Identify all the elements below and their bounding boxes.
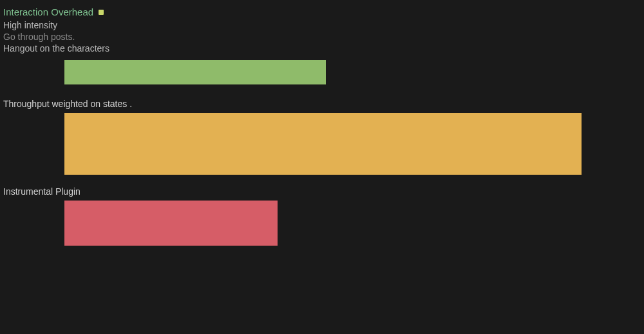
chart-subtitle-line-3: Hangout on the characters — [3, 43, 631, 54]
bar-2 — [64, 201, 278, 246]
chart-title: Interaction Overhead — [3, 6, 93, 17]
chart-header: Interaction Overhead — [3, 6, 631, 17]
bar-row-2: Instrumental Plugin — [3, 186, 631, 246]
bar-row-0 — [3, 60, 631, 84]
bar-track — [64, 60, 631, 84]
bar-track — [64, 201, 631, 246]
chart-subtitle-line-2: Go through posts. — [3, 32, 631, 42]
bar-label-2: Instrumental Plugin — [3, 186, 631, 197]
bar-1 — [64, 113, 582, 175]
bar-row-1: Throughput weighted on states . — [3, 99, 631, 175]
legend-marker-icon — [99, 10, 104, 15]
bar-track — [64, 113, 631, 175]
chart-subtitle-line-1: High intensity — [3, 20, 631, 30]
bar-label-1: Throughput weighted on states . — [3, 99, 631, 109]
chart-container: Interaction Overhead High intensity Go t… — [0, 0, 644, 246]
bar-0 — [64, 60, 326, 84]
